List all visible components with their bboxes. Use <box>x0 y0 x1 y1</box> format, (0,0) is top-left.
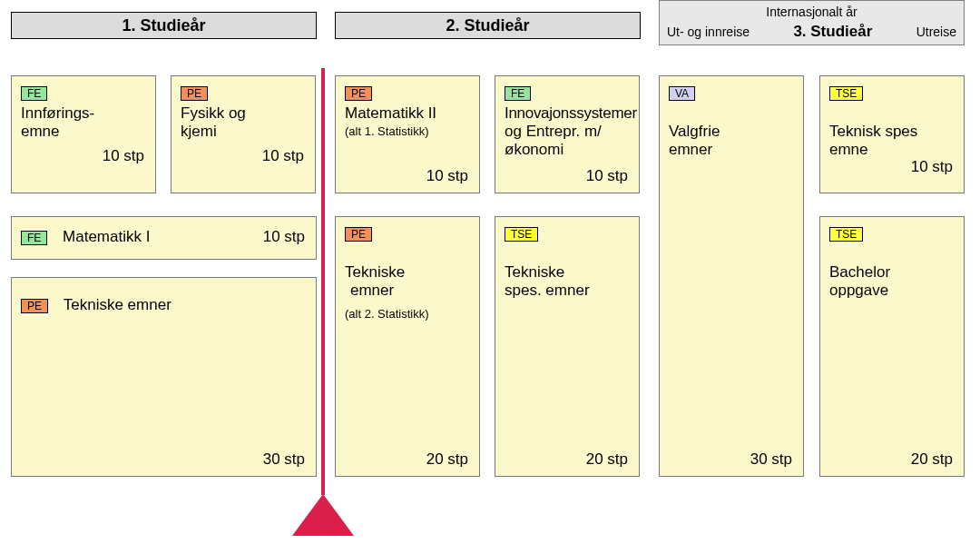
course-matematikk2: PE Matematikk II (alt 1. Statistikk) 10 … <box>335 75 480 193</box>
year3-header: Internasjonalt år Ut- og innreise 3. Stu… <box>659 0 965 45</box>
credits: 30 stp <box>750 450 792 469</box>
credits: 10 stp <box>911 158 953 176</box>
course-note: (alt 2. Statistikk) <box>345 307 470 321</box>
course-title2: emne <box>21 123 60 140</box>
year3-mid-label: 3. Studieår <box>793 23 872 41</box>
course-title: Valgfrie <box>669 123 720 140</box>
course-title: Bachelor <box>829 263 890 281</box>
tag-fe: FE <box>21 231 47 245</box>
credits: 10 stp <box>103 147 144 165</box>
course-teknisk-spes-emne: TSE Teknisk spes emne 10 stp <box>819 75 965 193</box>
course-note: (alt 1. Statistikk) <box>345 124 470 138</box>
tag-fe: FE <box>505 86 531 101</box>
year2-header: 2. Studieår <box>335 12 641 39</box>
tag-tse: TSE <box>829 227 863 242</box>
year1-label: 1. Studieår <box>122 16 205 35</box>
credits: 10 stp <box>262 147 304 165</box>
course-title2: emner <box>669 141 712 158</box>
credits: 10 stp <box>426 167 468 185</box>
year1-header: 1. Studieår <box>11 12 317 39</box>
course-fysikk-kjemi: PE Fysikk og kjemi 10 stp <box>171 75 316 193</box>
course-valgfrie: VA Valgfrie emner 30 stp <box>659 75 804 477</box>
tag-pe: PE <box>21 299 48 313</box>
course-title: Matematikk I <box>63 228 150 245</box>
tag-tse: TSE <box>505 227 538 242</box>
course-title2: og Entrepr. m/ <box>505 123 602 140</box>
tag-pe: PE <box>181 86 208 101</box>
course-title2: emne <box>829 141 868 158</box>
course-title: Fysikk og <box>181 104 246 122</box>
tag-fe: FE <box>21 86 47 101</box>
tag-pe: PE <box>345 86 372 101</box>
year-divider-marker-icon <box>292 494 354 536</box>
credits: 10 stp <box>263 228 305 246</box>
tag-pe: PE <box>345 227 372 242</box>
course-title: Innførings- <box>21 104 94 122</box>
credits: 30 stp <box>263 450 305 469</box>
course-bachelor: TSE Bachelor oppgave 20 stp <box>819 216 965 477</box>
course-innovasjon: FE Innovajonssystemer og Entrepr. m/ øko… <box>495 75 640 193</box>
year-divider-line <box>321 68 325 495</box>
year3-top-label: Internasjonalt år <box>667 5 956 19</box>
course-tekniske-emner-y2: PE Tekniske emner (alt 2. Statistikk) 20… <box>335 216 480 477</box>
course-title: Tekniske emner <box>64 296 172 313</box>
credits: 20 stp <box>911 450 953 469</box>
course-tekniske-spes: TSE Tekniske spes. emner 20 stp <box>495 216 640 477</box>
year3-right-label: Utreise <box>916 25 956 39</box>
credits: 10 stp <box>586 167 628 185</box>
course-title3: økonomi <box>505 141 564 158</box>
study-plan-diagram: 1. Studieår 2. Studieår Internasjonalt å… <box>0 0 980 544</box>
course-tekniske-emner-y1: PE Tekniske emner 30 stp <box>11 277 317 477</box>
year3-left-label: Ut- og innreise <box>667 25 750 39</box>
year2-label: 2. Studieår <box>446 16 529 35</box>
credits: 20 stp <box>586 450 628 469</box>
course-title: Innovajonssystemer <box>505 104 637 122</box>
credits: 20 stp <box>426 450 468 469</box>
tag-tse: TSE <box>829 86 863 101</box>
tag-va: VA <box>669 86 695 101</box>
course-title2: emner <box>350 282 394 299</box>
course-title2: spes. emner <box>505 282 590 299</box>
course-title2: kjemi <box>181 123 217 140</box>
course-matematikk1: FE Matematikk I 10 stp <box>11 216 317 260</box>
course-title2: oppgave <box>829 282 888 299</box>
course-title: Teknisk spes <box>829 123 917 140</box>
course-title: Matematikk II <box>345 104 436 122</box>
course-innforingsemne: FE Innførings- emne 10 stp <box>11 75 156 193</box>
course-title: Tekniske <box>505 263 564 281</box>
course-title: Tekniske <box>345 263 405 281</box>
